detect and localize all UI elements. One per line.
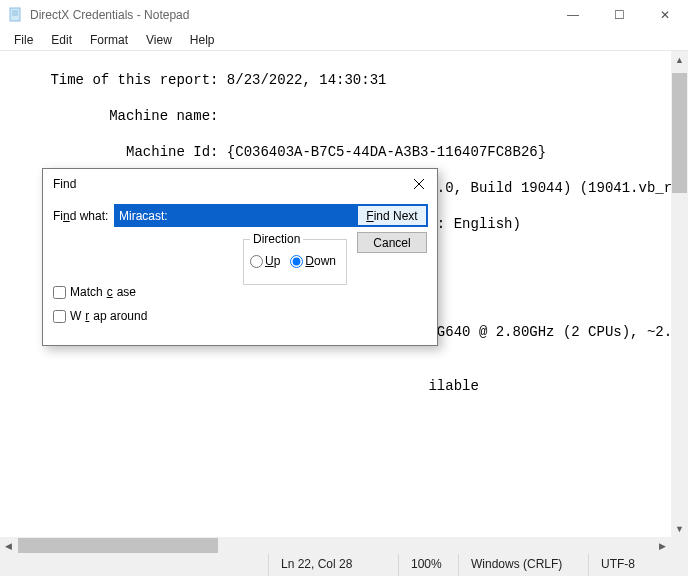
minimize-button[interactable]: — xyxy=(550,0,596,30)
scroll-up-icon[interactable]: ▲ xyxy=(671,51,688,68)
window-title: DirectX Credentials - Notepad xyxy=(30,8,550,22)
find-what-label: Find what: xyxy=(53,209,109,223)
text-line: ilable xyxy=(0,377,671,395)
maximize-button[interactable]: ☐ xyxy=(596,0,642,30)
statusbar: Ln 22, Col 28 100% Windows (CRLF) UTF-8 xyxy=(0,554,688,576)
status-eol: Windows (CRLF) xyxy=(458,554,588,576)
status-encoding: UTF-8 xyxy=(588,554,688,576)
text-line xyxy=(0,467,671,485)
menu-help[interactable]: Help xyxy=(182,31,223,49)
find-titlebar[interactable]: Find xyxy=(43,169,437,199)
match-case-checkbox[interactable]: Match case xyxy=(53,285,147,299)
text-line xyxy=(0,431,671,449)
menu-format[interactable]: Format xyxy=(82,31,136,49)
close-icon xyxy=(414,179,424,189)
scroll-thumb[interactable] xyxy=(672,73,687,193)
find-close-button[interactable] xyxy=(405,174,433,194)
text-line: Time of this report: 8/23/2022, 14:30:31 xyxy=(0,71,671,89)
menu-view[interactable]: View xyxy=(138,31,180,49)
direction-up-radio[interactable]: Up xyxy=(250,254,280,268)
scroll-right-icon[interactable]: ▶ xyxy=(654,537,671,554)
scrollbar-corner xyxy=(671,537,688,554)
horizontal-scrollbar[interactable]: ◀ ▶ xyxy=(0,537,671,554)
notepad-icon xyxy=(8,7,24,23)
find-dialog[interactable]: Find Find what: Find Next Cancel Directi… xyxy=(42,168,438,346)
text-line: Machine Id: {C036403A-B7C5-44DA-A3B3-116… xyxy=(0,143,671,161)
direction-label: Direction xyxy=(250,232,303,246)
menu-edit[interactable]: Edit xyxy=(43,31,80,49)
vertical-scrollbar[interactable]: ▲ ▼ xyxy=(671,51,688,537)
wrap-around-checkbox[interactable]: Wrap around xyxy=(53,309,147,323)
scroll-left-icon[interactable]: ◀ xyxy=(0,537,17,554)
text-line xyxy=(0,503,671,521)
titlebar[interactable]: DirectX Credentials - Notepad — ☐ ✕ xyxy=(0,0,688,30)
find-next-button[interactable]: Find Next xyxy=(357,205,427,226)
menu-file[interactable]: File xyxy=(6,31,41,49)
scroll-thumb[interactable] xyxy=(18,538,218,553)
status-zoom: 100% xyxy=(398,554,458,576)
find-cancel-button[interactable]: Cancel xyxy=(357,232,427,253)
status-position: Ln 22, Col 28 xyxy=(268,554,398,576)
direction-group: Direction Up Down xyxy=(243,239,347,285)
find-title: Find xyxy=(53,177,405,191)
direction-down-radio[interactable]: Down xyxy=(290,254,336,268)
scroll-down-icon[interactable]: ▼ xyxy=(671,520,688,537)
text-line: Machine name: xyxy=(0,107,671,125)
close-button[interactable]: ✕ xyxy=(642,0,688,30)
menubar: File Edit Format View Help xyxy=(0,30,688,50)
